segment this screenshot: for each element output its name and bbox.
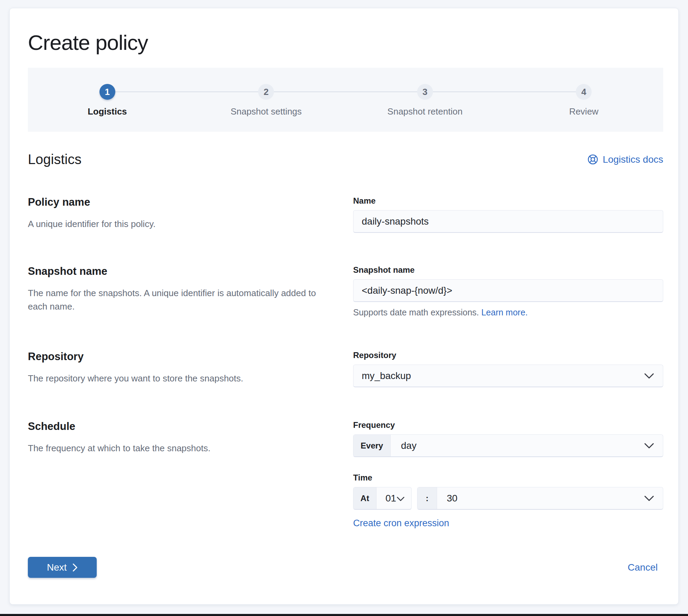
page-title: Create policy [28,30,663,55]
frequency-field-label: Frequency [353,420,663,430]
step-3-label: Snapshot retention [388,106,463,117]
snapshot-name-help-text: Supports date math expressions. Learn mo… [353,307,663,317]
step-3-circle: 3 [417,84,433,100]
repository-selected-value: my_backup [362,370,411,381]
snapshot-name-input[interactable] [353,279,663,302]
policy-name-row: Policy name A unique identifier for this… [28,196,663,233]
step-1-label: Logistics [88,106,127,117]
step-review[interactable]: 4 Review [505,84,664,117]
repository-row: Repository The repository where you want… [28,350,663,387]
policy-name-input[interactable] [353,210,663,233]
hour-selected-value: 01 [377,493,396,504]
logistics-docs-link[interactable]: Logistics docs [588,154,663,165]
frequency-select[interactable]: Every day [353,434,663,457]
create-cron-expression-link[interactable]: Create cron expression [353,518,449,529]
time-separator: : [417,487,437,509]
minute-selected-value: 30 [437,493,457,504]
schedule-description: The frequency at which to take the snaps… [28,442,331,455]
policy-name-title: Policy name [28,196,353,208]
chevron-down-icon [644,493,654,504]
step-4-circle: 4 [576,84,592,100]
schedule-row: Schedule The frequency at which to take … [28,420,663,529]
repository-select[interactable]: my_backup [353,365,663,387]
chevron-down-icon [644,440,654,451]
help-life-ring-icon [588,154,598,165]
snapshot-name-description: The name for the snapshots. A unique ide… [28,287,331,313]
step-2-label: Snapshot settings [231,106,302,117]
frequency-prepend: Every [353,435,391,456]
time-field-label: Time [353,473,663,483]
repository-field-label: Repository [353,350,663,360]
minute-select[interactable]: : 30 [417,487,663,510]
repository-title: Repository [28,350,353,363]
hour-select[interactable]: At 01 [353,487,412,510]
step-4-label: Review [569,106,599,117]
name-field-label: Name [353,196,663,206]
section-title: Logistics [28,152,82,167]
create-policy-panel: Create policy 1 Logistics 2 Snapshot set… [9,8,679,605]
schedule-title: Schedule [28,420,353,433]
chevron-down-icon [644,370,654,381]
step-logistics[interactable]: 1 Logistics [28,84,187,117]
snapshot-name-field-label: Snapshot name [353,265,663,275]
step-2-circle: 2 [258,84,274,100]
chevron-down-icon [397,493,404,504]
snapshot-name-title: Snapshot name [28,265,353,278]
policy-name-description: A unique identifier for this policy. [28,217,331,231]
step-1-circle: 1 [99,84,115,100]
cancel-link[interactable]: Cancel [628,562,658,573]
time-prepend: At [353,487,377,509]
step-snapshot-retention[interactable]: 3 Snapshot retention [346,84,505,117]
window-bottom-edge [0,614,688,616]
logistics-docs-label: Logistics docs [603,154,663,165]
step-snapshot-settings[interactable]: 2 Snapshot settings [187,84,346,117]
wizard-stepper: 1 Logistics 2 Snapshot settings 3 Snapsh… [28,68,663,132]
repository-description: The repository where you want to store t… [28,372,331,385]
snapshot-name-row: Snapshot name The name for the snapshots… [28,265,663,317]
next-button[interactable]: Next [28,557,97,578]
frequency-selected-value: day [391,440,416,451]
learn-more-link[interactable]: Learn more. [481,307,528,317]
next-button-label: Next [47,562,67,573]
chevron-right-icon [73,563,78,572]
